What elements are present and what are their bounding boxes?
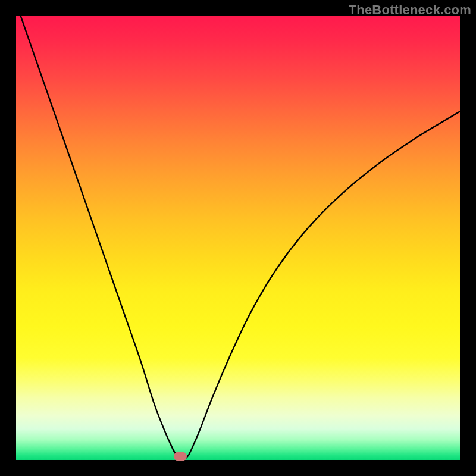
watermark-text: TheBottleneck.com [349,2,471,18]
optimal-marker [174,452,187,461]
severity-gradient [16,16,460,460]
plot-area [16,16,460,460]
